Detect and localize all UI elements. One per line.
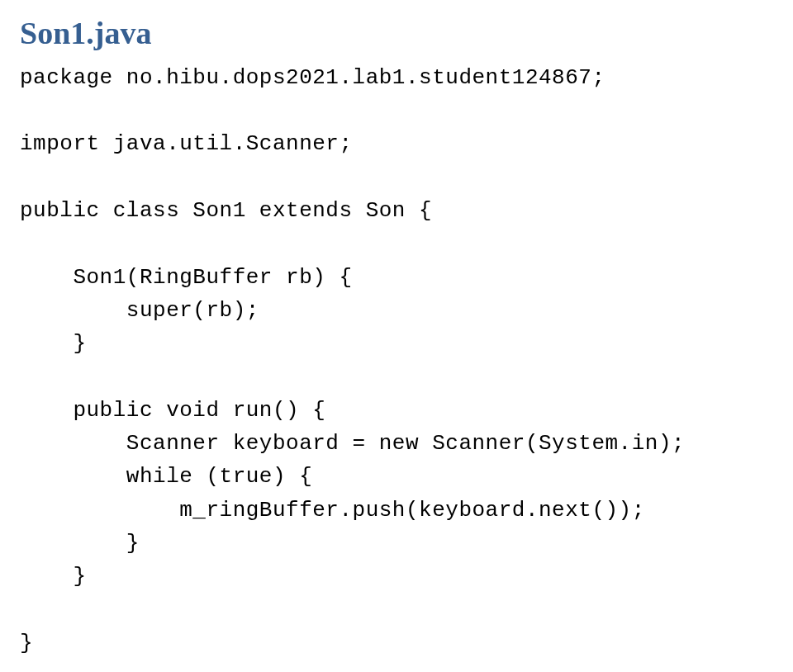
code-line: public class Son1 extends Son { [20, 198, 432, 223]
code-line: } [20, 531, 140, 556]
code-line: Scanner keyboard = new Scanner(System.in… [20, 431, 685, 456]
code-line: package no.hibu.dops2021.lab1.student124… [20, 65, 605, 90]
code-line: public void run() { [20, 398, 325, 423]
code-line: import java.util.Scanner; [20, 131, 353, 156]
code-line: super(rb); [20, 298, 259, 323]
code-line: } [20, 631, 33, 655]
code-line: Son1(RingBuffer rb) { [20, 265, 353, 290]
code-line: } [20, 564, 87, 589]
file-title: Son1.java [20, 17, 773, 51]
code-line: } [20, 331, 87, 356]
code-line: m_ringBuffer.push(keyboard.next()); [20, 498, 645, 523]
code-content: package no.hibu.dops2021.lab1.student124… [20, 61, 773, 660]
code-line: while (true) { [20, 464, 312, 489]
